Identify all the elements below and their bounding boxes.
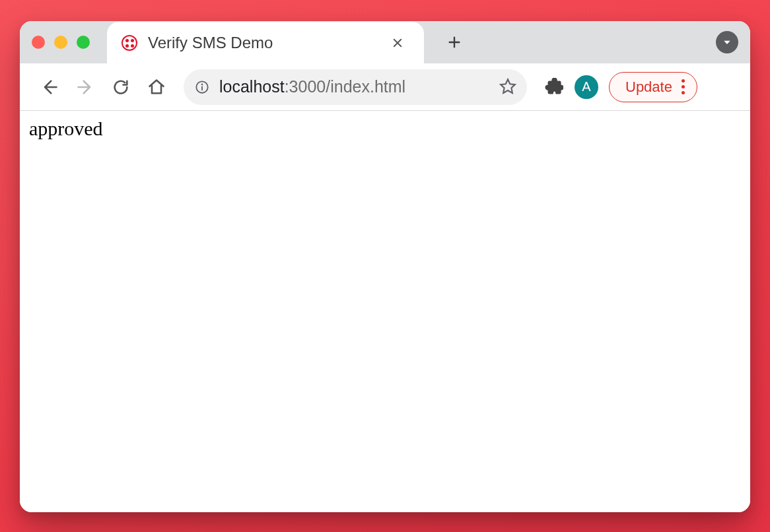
back-button[interactable] <box>34 72 65 102</box>
forward-button[interactable] <box>70 72 100 102</box>
browser-window: Verify SMS Demo <box>20 21 750 512</box>
url-path: :3000/index.html <box>285 77 405 96</box>
reload-button[interactable] <box>106 72 136 102</box>
tab-strip: Verify SMS Demo <box>20 21 750 63</box>
bookmark-star-icon[interactable] <box>499 77 516 97</box>
window-close-button[interactable] <box>32 36 45 49</box>
profile-initial: A <box>582 79 590 94</box>
profile-avatar[interactable]: A <box>575 75 598 99</box>
update-button[interactable]: Update <box>609 72 697 102</box>
address-bar[interactable]: localhost:3000/index.html <box>184 69 527 105</box>
page-viewport: approved <box>20 111 750 512</box>
window-maximize-button[interactable] <box>77 36 90 49</box>
twilio-icon <box>122 35 137 51</box>
page-body-text: approved <box>29 117 103 139</box>
tab-title: Verify SMS Demo <box>148 34 386 52</box>
extensions-button[interactable] <box>539 72 569 102</box>
svg-point-1 <box>201 83 203 85</box>
svg-rect-2 <box>201 86 203 90</box>
url-host: localhost <box>219 77 285 96</box>
url-text: localhost:3000/index.html <box>219 77 405 96</box>
site-info-icon[interactable] <box>194 79 210 95</box>
browser-tab[interactable]: Verify SMS Demo <box>107 22 424 64</box>
toolbar: localhost:3000/index.html A Update <box>20 63 750 111</box>
desktop-background: Verify SMS Demo <box>0 0 770 532</box>
window-controls <box>32 36 90 49</box>
close-tab-button[interactable] <box>386 31 409 55</box>
update-label: Update <box>625 79 672 96</box>
menu-dots-icon <box>682 79 685 94</box>
new-tab-button[interactable] <box>440 28 469 57</box>
home-button[interactable] <box>141 72 172 102</box>
window-minimize-button[interactable] <box>54 36 67 49</box>
tabs-overflow-button[interactable] <box>716 31 738 53</box>
